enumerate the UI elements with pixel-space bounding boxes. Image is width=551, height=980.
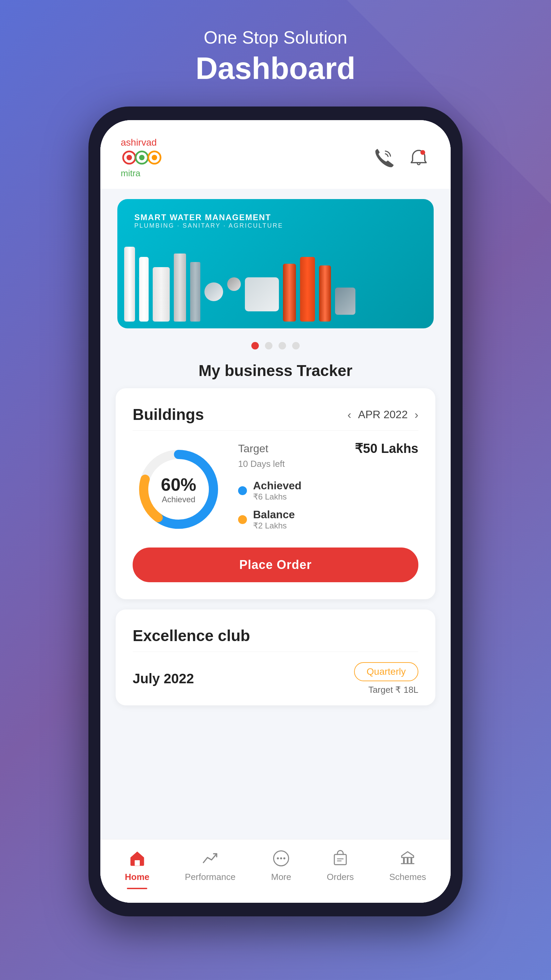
card-header: Buildings ‹ APR 2022 ›: [133, 405, 418, 431]
section-title: My business Tracker: [100, 356, 451, 388]
brand-top: ashirvad: [121, 137, 157, 148]
legend-achieved-text: Achieved ₹6 Lakhs: [253, 479, 301, 501]
product-pipe-2: [139, 257, 149, 321]
product-fitting-2: [227, 277, 241, 291]
target-label: Target: [238, 442, 268, 455]
product-tank: [245, 277, 279, 311]
dot-3[interactable]: [279, 342, 286, 350]
nav-orders-label: Orders: [327, 872, 354, 882]
brand-bottom: mitra: [121, 168, 140, 179]
more-icon: [271, 848, 292, 869]
scroll-content: SMART WATER MANAGEMENT PLUMBING · SANITA…: [100, 189, 451, 839]
target-value: ₹50 Lakhs: [355, 441, 418, 456]
legend-achieved: Achieved ₹6 Lakhs: [238, 479, 418, 501]
legend-balance: Balance ₹2 Lakhs: [238, 508, 418, 530]
product-pipe-orange-2: [300, 257, 315, 321]
banner-container: SMART WATER MANAGEMENT PLUMBING · SANITA…: [118, 199, 433, 328]
logo-container: ashirvad mitra: [121, 137, 162, 179]
product-fitting-1: [205, 282, 223, 301]
product-pipe-4: [190, 262, 200, 321]
bottom-nav: Home Performance: [100, 839, 451, 903]
orders-icon: [330, 848, 351, 869]
svg-rect-17: [334, 854, 346, 865]
place-order-button[interactable]: Place Order: [133, 547, 418, 582]
legend-dot-blue: [238, 486, 247, 495]
excellence-month: July 2022: [133, 671, 194, 686]
nav-home[interactable]: Home: [125, 848, 149, 889]
excellence-target: Target ₹ 18L: [354, 685, 418, 695]
dots-container: [100, 339, 451, 356]
svg-rect-12: [135, 860, 140, 865]
svg-rect-20: [403, 858, 405, 864]
dot-1[interactable]: [251, 342, 259, 350]
phone-frame: ashirvad mitra: [89, 107, 462, 916]
donut-chart: 60% Achieved: [133, 443, 224, 535]
banner-products: [124, 233, 427, 321]
nav-home-label: Home: [125, 872, 149, 882]
legend-balance-text: Balance ₹2 Lakhs: [253, 508, 295, 530]
product-valve: [335, 288, 356, 315]
app-header: ashirvad mitra: [100, 120, 451, 189]
brand-logo-icon: [121, 148, 162, 167]
nav-schemes-label: Schemes: [389, 872, 426, 882]
nav-performance-label: Performance: [185, 872, 236, 882]
donut-center: 60% Achieved: [161, 474, 196, 504]
excellence-club-card: Excellence club July 2022 Quarterly Targ…: [116, 609, 435, 705]
svg-rect-21: [407, 858, 408, 864]
legend-dot-orange: [238, 515, 247, 524]
page-title: Dashboard: [195, 51, 356, 86]
excellence-row: July 2022 Quarterly Target ₹ 18L: [133, 662, 418, 695]
svg-point-1: [127, 155, 132, 160]
banner-tag: SMART WATER MANAGEMENT: [134, 213, 417, 222]
prev-month-arrow[interactable]: ‹: [347, 408, 351, 421]
product-pipe-orange-3: [319, 266, 331, 321]
svg-point-14: [277, 857, 279, 859]
svg-point-15: [280, 857, 282, 859]
card-title: Buildings: [133, 405, 204, 424]
phone-screen: ashirvad mitra: [100, 120, 451, 903]
svg-point-16: [283, 857, 285, 859]
page-header: One Stop Solution Dashboard: [195, 0, 356, 107]
product-pipe-orange-1: [283, 264, 296, 321]
next-month-arrow[interactable]: ›: [414, 408, 418, 421]
nav-more[interactable]: More: [271, 848, 292, 889]
svg-point-5: [152, 155, 157, 160]
svg-rect-22: [411, 858, 412, 864]
month-nav: ‹ APR 2022 ›: [347, 408, 418, 421]
banner-sub: PLUMBING · SANITARY · AGRICULTURE: [134, 222, 417, 229]
phone-icon[interactable]: [372, 146, 395, 169]
app-content: ashirvad mitra: [100, 120, 451, 903]
product-pipe-3: [174, 253, 186, 321]
business-tracker-card: Buildings ‹ APR 2022 ›: [116, 388, 435, 599]
donut-percent: 60%: [161, 474, 196, 495]
product-pipe-1: [124, 247, 135, 321]
tracker-info: Target ₹50 Lakhs 10 Days left Achieved ₹…: [238, 441, 418, 537]
dot-2[interactable]: [265, 342, 272, 350]
month-label: APR 2022: [358, 408, 408, 421]
svg-point-8: [421, 150, 425, 155]
donut-label: Achieved: [161, 495, 196, 504]
days-left: 10 Days left: [238, 459, 418, 469]
performance-icon: [200, 848, 221, 869]
page-subtitle: One Stop Solution: [195, 27, 356, 48]
nav-home-indicator: [127, 888, 147, 889]
bell-icon[interactable]: [407, 146, 430, 169]
nav-orders[interactable]: Orders: [327, 848, 354, 889]
nav-schemes[interactable]: Schemes: [389, 848, 426, 889]
nav-more-label: More: [271, 872, 291, 882]
product-filter: [153, 267, 170, 321]
home-icon: [127, 848, 147, 869]
target-row: Target ₹50 Lakhs: [238, 441, 418, 456]
excellence-title: Excellence club: [133, 627, 418, 652]
header-icons: [372, 146, 430, 169]
dot-4[interactable]: [292, 342, 300, 350]
nav-performance[interactable]: Performance: [185, 848, 236, 889]
schemes-icon: [398, 848, 418, 869]
tracker-content: 60% Achieved Target ₹50 Lakhs 10 Days le…: [133, 441, 418, 537]
quarterly-badge[interactable]: Quarterly: [354, 662, 418, 681]
svg-point-3: [139, 155, 144, 160]
